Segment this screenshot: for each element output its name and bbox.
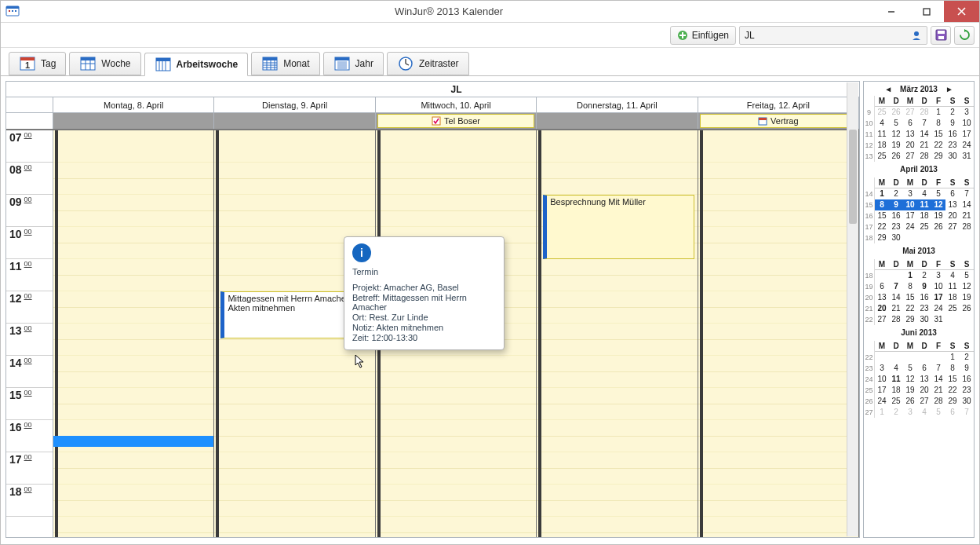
mini-day[interactable]: 9 xyxy=(917,281,931,292)
mini-day[interactable]: 7 xyxy=(960,407,974,418)
allday-cell[interactable] xyxy=(214,113,375,129)
mini-day[interactable]: 29 xyxy=(875,232,889,243)
mini-day[interactable]: 27 xyxy=(875,314,889,325)
mini-day[interactable]: 17 xyxy=(875,385,889,396)
mini-day[interactable]: 14 xyxy=(931,374,945,385)
mini-day[interactable]: 21 xyxy=(889,303,903,314)
mini-day[interactable]: 13 xyxy=(875,292,889,303)
mini-day[interactable]: 2 xyxy=(945,107,960,118)
mini-day[interactable]: 10 xyxy=(875,374,889,385)
mini-day[interactable]: 5 xyxy=(960,270,974,281)
mini-day[interactable]: 28 xyxy=(931,396,945,407)
mini-day[interactable] xyxy=(889,270,903,281)
mini-day[interactable]: 9 xyxy=(945,118,960,129)
allday-cell[interactable] xyxy=(53,113,214,129)
mini-day[interactable]: 25 xyxy=(945,303,960,314)
day-header[interactable]: Donnerstag, 11. April xyxy=(537,97,698,112)
mini-day[interactable]: 25 xyxy=(875,107,889,118)
mini-day[interactable]: 28 xyxy=(917,151,931,162)
tab-tag[interactable]: 1 Tag xyxy=(9,52,66,75)
day-header[interactable]: Dienstag, 9. April xyxy=(214,97,375,112)
mini-day[interactable]: 22 xyxy=(945,385,960,396)
mini-day[interactable]: 24 xyxy=(931,303,945,314)
prev-month-button[interactable]: ◄ xyxy=(881,85,895,93)
mini-day[interactable]: 6 xyxy=(945,188,960,199)
mini-day[interactable]: 15 xyxy=(875,210,889,221)
allday-cell[interactable]: Vertrag xyxy=(698,113,859,129)
mini-day[interactable] xyxy=(889,352,903,363)
mini-day[interactable]: 20 xyxy=(875,303,889,314)
mini-day[interactable]: 19 xyxy=(931,210,945,221)
mini-day[interactable]: 17 xyxy=(960,129,974,140)
mini-day[interactable] xyxy=(903,352,917,363)
next-month-button[interactable]: ► xyxy=(942,85,956,93)
mini-day[interactable]: 11 xyxy=(889,374,903,385)
event-mueller[interactable]: Besprechnung Mit Müller xyxy=(543,195,694,259)
mini-day[interactable]: 14 xyxy=(960,199,974,210)
mini-day[interactable]: 24 xyxy=(960,140,974,151)
mini-day[interactable]: 12 xyxy=(889,129,903,140)
mini-day[interactable]: 6 xyxy=(875,281,889,292)
mini-day[interactable]: 1 xyxy=(945,352,960,363)
mini-day[interactable]: 29 xyxy=(903,314,917,325)
mini-day[interactable] xyxy=(903,232,917,243)
mini-day[interactable]: 17 xyxy=(931,292,945,303)
mini-day[interactable]: 24 xyxy=(875,396,889,407)
mini-day[interactable]: 8 xyxy=(945,363,960,374)
mini-day[interactable]: 3 xyxy=(903,407,917,418)
insert-button[interactable]: Einfügen xyxy=(670,26,736,45)
minimize-button[interactable] xyxy=(873,1,909,22)
allday-event[interactable]: Tel Boser xyxy=(377,114,534,128)
mini-day[interactable]: 31 xyxy=(960,151,974,162)
calendar-scrollbar[interactable] xyxy=(847,82,858,536)
mini-day[interactable]: 25 xyxy=(889,396,903,407)
mini-day[interactable]: 26 xyxy=(931,221,945,232)
mini-day[interactable]: 27 xyxy=(917,396,931,407)
mini-day[interactable]: 31 xyxy=(931,314,945,325)
mini-day[interactable]: 23 xyxy=(960,385,974,396)
mini-day[interactable]: 26 xyxy=(889,151,903,162)
maximize-button[interactable] xyxy=(909,1,944,22)
mini-day[interactable] xyxy=(875,270,889,281)
mini-day[interactable]: 29 xyxy=(945,396,960,407)
mini-day[interactable] xyxy=(931,232,945,243)
mini-day[interactable]: 16 xyxy=(945,129,960,140)
mini-day[interactable]: 17 xyxy=(903,210,917,221)
mini-day[interactable]: 18 xyxy=(875,140,889,151)
mini-day[interactable]: 24 xyxy=(903,221,917,232)
mini-day[interactable]: 28 xyxy=(889,314,903,325)
mini-day[interactable]: 14 xyxy=(917,129,931,140)
mini-day[interactable]: 11 xyxy=(875,129,889,140)
mini-day[interactable]: 2 xyxy=(889,407,903,418)
mini-day[interactable]: 3 xyxy=(960,107,974,118)
mini-day[interactable]: 5 xyxy=(889,118,903,129)
tab-monat[interactable]: Monat xyxy=(251,52,319,75)
mini-day[interactable]: 6 xyxy=(945,407,960,418)
mini-day[interactable]: 11 xyxy=(917,199,931,210)
mini-day[interactable]: 19 xyxy=(903,385,917,396)
mini-day[interactable]: 26 xyxy=(903,396,917,407)
mini-day[interactable]: 26 xyxy=(960,303,974,314)
mini-day[interactable]: 16 xyxy=(960,374,974,385)
mini-day[interactable]: 4 xyxy=(945,270,960,281)
mini-day[interactable]: 27 xyxy=(945,221,960,232)
mini-day[interactable]: 1 xyxy=(875,407,889,418)
mini-day[interactable]: 16 xyxy=(889,210,903,221)
mini-day[interactable]: 16 xyxy=(917,292,931,303)
mini-day[interactable]: 21 xyxy=(931,385,945,396)
mini-day[interactable]: 22 xyxy=(903,303,917,314)
mini-day[interactable]: 1 xyxy=(903,270,917,281)
close-button[interactable] xyxy=(944,1,979,22)
mini-day[interactable]: 7 xyxy=(960,188,974,199)
allday-cell[interactable]: Tel Boser xyxy=(376,113,537,129)
day-column[interactable] xyxy=(53,130,214,537)
mini-day[interactable]: 27 xyxy=(903,107,917,118)
mini-day[interactable] xyxy=(917,232,931,243)
mini-day[interactable] xyxy=(960,232,974,243)
mini-day[interactable]: 1 xyxy=(875,188,889,199)
mini-day[interactable] xyxy=(960,314,974,325)
save-button[interactable] xyxy=(931,26,951,45)
mini-calendar[interactable]: April 2013MDMDFSS14123456715891011121314… xyxy=(864,165,974,243)
mini-day[interactable] xyxy=(931,352,945,363)
mini-day[interactable]: 19 xyxy=(960,292,974,303)
